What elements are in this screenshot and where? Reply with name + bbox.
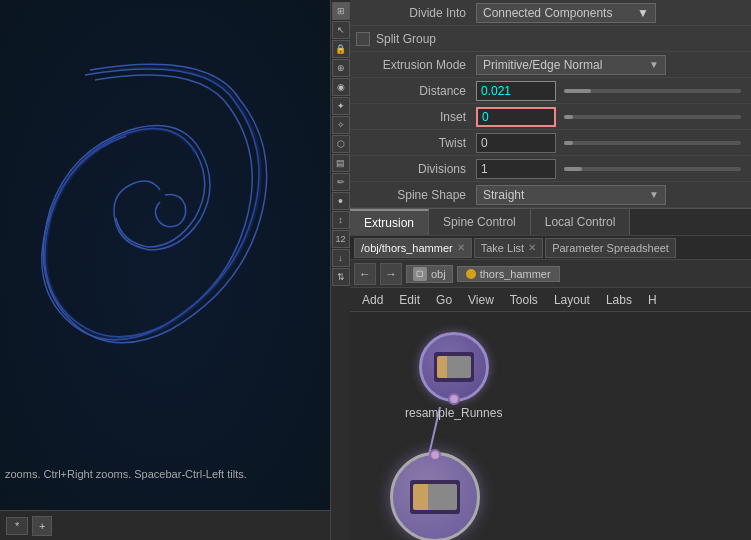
tab-extrusion[interactable]: Extrusion <box>350 209 429 235</box>
bulb-icon[interactable]: ✧ <box>332 116 350 134</box>
file-tab-close-0[interactable]: ✕ <box>457 242 465 253</box>
dot-icon[interactable]: • <box>332 192 350 210</box>
viewport[interactable]: zooms. Ctrl+Right zooms. Spacebar-Ctrl-L… <box>0 0 330 540</box>
inset-control <box>476 107 745 127</box>
left-vertical-toolbar: ⊞ ↖ 🔒 ⊕ ◉ ✦ ✧ ⬡ ▤ ✏ • ↕ 12 ↓ ⇅ <box>330 0 350 540</box>
divide-into-label: Divide Into <box>356 6 476 20</box>
resample-label: resample_Runnes <box>405 406 502 420</box>
dropdown-arrow-icon: ▼ <box>637 6 649 20</box>
back-button[interactable]: ← <box>354 263 376 285</box>
twist-slider[interactable] <box>564 141 741 145</box>
spine-dropdown-arrow-icon: ▼ <box>649 189 659 200</box>
distance-input[interactable] <box>476 81 556 101</box>
resample-inner <box>434 352 474 382</box>
extrusion-dropdown-arrow-icon: ▼ <box>649 59 659 70</box>
obj-badge[interactable]: ▢ obj <box>406 265 453 283</box>
twist-control <box>476 133 745 153</box>
node-color-dot <box>466 269 476 279</box>
menu-tools[interactable]: Tools <box>502 288 546 311</box>
viewport-bg: zooms. Ctrl+Right zooms. Spacebar-Ctrl-L… <box>0 0 330 540</box>
viewport-status: zooms. Ctrl+Right zooms. Spacebar-Ctrl-L… <box>5 468 247 480</box>
node-name-badge[interactable]: thors_hammer <box>457 266 560 282</box>
spine-shape-control: Straight ▼ <box>476 185 745 205</box>
divisions-label: Divisions <box>356 162 476 176</box>
edit-icon[interactable]: ✏ <box>332 173 350 191</box>
properties-panel: Divide Into Connected Components ▼ Split… <box>350 0 751 236</box>
polyextrude-preview <box>413 484 457 510</box>
twist-label: Twist <box>356 136 476 150</box>
inset-row: Inset <box>350 104 751 130</box>
divisions-input[interactable] <box>476 159 556 179</box>
spine-shape-label: Spine Shape <box>356 188 476 202</box>
menu-labs[interactable]: Labs <box>598 288 640 311</box>
main-panel: Divide Into Connected Components ▼ Split… <box>350 0 751 540</box>
hex-icon[interactable]: ⬡ <box>332 135 350 153</box>
wireframe-view <box>10 20 320 450</box>
resample-preview <box>437 356 471 378</box>
divisions-slider[interactable] <box>564 167 741 171</box>
file-tab-take-list[interactable]: Take List ✕ <box>474 238 543 258</box>
divisions-row: Divisions <box>350 156 751 182</box>
inset-input[interactable] <box>476 107 556 127</box>
tab-local-control[interactable]: Local Control <box>531 209 631 235</box>
split-group-row: Split Group <box>350 26 751 52</box>
inset-label: Inset <box>356 110 476 124</box>
menu-bar: Add Edit Go View Tools Layout Labs H <box>350 288 751 312</box>
divide-into-row: Divide Into Connected Components ▼ <box>350 0 751 26</box>
node-graph[interactable]: resample_Runnes polyextrude_Runnes <box>350 312 751 540</box>
menu-add[interactable]: Add <box>354 288 391 311</box>
grid-icon[interactable]: ⊞ <box>332 2 350 20</box>
obj-icon: ▢ <box>413 267 427 281</box>
file-tab-close-1[interactable]: ✕ <box>528 242 536 253</box>
file-tab-parameter-spreadsheet[interactable]: Parameter Spreadsheet <box>545 238 676 258</box>
viewport-bottom-bar: * + <box>0 510 330 540</box>
polyextrude-input-port[interactable] <box>429 449 441 461</box>
spine-shape-dropdown[interactable]: Straight ▼ <box>476 185 666 205</box>
down-arrow-icon[interactable]: ↓ <box>332 249 350 267</box>
number12-icon[interactable]: 12 <box>332 230 350 248</box>
file-tab-thors-hammer[interactable]: /obj/thors_hammer ✕ <box>354 238 472 258</box>
menu-go[interactable]: Go <box>428 288 460 311</box>
extrusion-mode-dropdown[interactable]: Primitive/Edge Normal ▼ <box>476 55 666 75</box>
layers-icon[interactable]: ▤ <box>332 154 350 172</box>
menu-layout[interactable]: Layout <box>546 288 598 311</box>
tab-spine-control[interactable]: Spine Control <box>429 209 531 235</box>
file-tabs-bar: /obj/thors_hammer ✕ Take List ✕ Paramete… <box>350 236 751 260</box>
arrow-icon[interactable]: ↕ <box>332 211 350 229</box>
light-icon[interactable]: ✦ <box>332 97 350 115</box>
lock-icon[interactable]: 🔒 <box>332 40 350 58</box>
distance-row: Distance <box>350 78 751 104</box>
secondary-toolbar: ← → ▢ obj thors_hammer <box>350 260 751 288</box>
extrusion-mode-control: Primitive/Edge Normal ▼ <box>476 55 745 75</box>
split-group-label: Split Group <box>376 32 436 46</box>
polyextrude-circle <box>390 452 480 540</box>
split-group-checkbox[interactable] <box>356 32 370 46</box>
menu-edit[interactable]: Edit <box>391 288 428 311</box>
extrusion-mode-label: Extrusion Mode <box>356 58 476 72</box>
distance-control <box>476 81 745 101</box>
extrusion-mode-row: Extrusion Mode Primitive/Edge Normal ▼ <box>350 52 751 78</box>
resample-node[interactable]: resample_Runnes <box>405 332 502 420</box>
menu-h[interactable]: H <box>640 288 665 311</box>
resample-output-port[interactable] <box>448 393 460 405</box>
twist-input[interactable] <box>476 133 556 153</box>
distance-slider[interactable] <box>564 89 741 93</box>
scroll-icon[interactable]: ⇅ <box>332 268 350 286</box>
divisions-control <box>476 159 745 179</box>
viewport-tab-active[interactable]: * <box>6 517 28 535</box>
menu-view[interactable]: View <box>460 288 502 311</box>
polyextrude-node[interactable]: polyextrude_Runnes <box>380 452 490 540</box>
resample-circle <box>419 332 489 402</box>
select-icon[interactable]: ↖ <box>332 21 350 39</box>
distance-label: Distance <box>356 84 476 98</box>
inset-slider[interactable] <box>564 115 741 119</box>
divide-into-dropdown[interactable]: Connected Components ▼ <box>476 3 656 23</box>
add-tab-button[interactable]: + <box>32 516 52 536</box>
crosshair-icon[interactable]: ⊕ <box>332 59 350 77</box>
eye-icon[interactable]: ◉ <box>332 78 350 96</box>
property-tabs-row: Extrusion Spine Control Local Control <box>350 208 751 236</box>
twist-row: Twist <box>350 130 751 156</box>
forward-button[interactable]: → <box>380 263 402 285</box>
spine-shape-row: Spine Shape Straight ▼ <box>350 182 751 208</box>
polyextrude-inner <box>410 480 460 514</box>
